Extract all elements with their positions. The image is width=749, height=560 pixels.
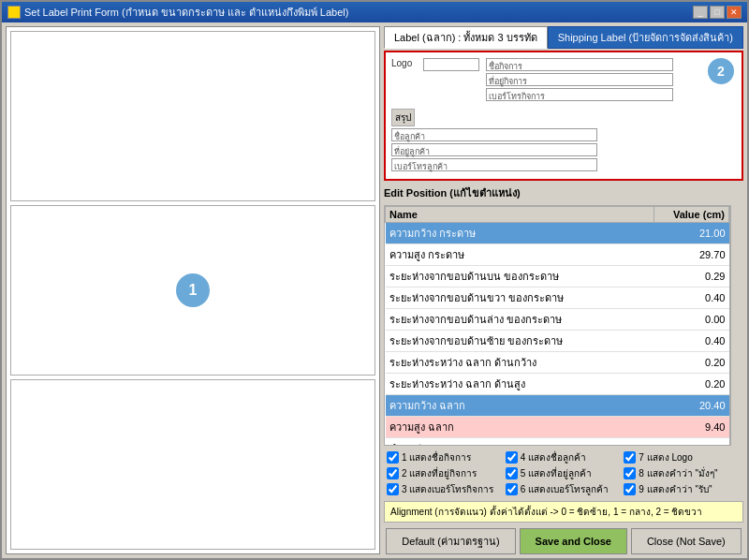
- col-name-header: Name: [386, 207, 654, 223]
- checkbox-label: 7 แสดง Logo: [639, 450, 692, 464]
- row-value: 0.20: [654, 438, 729, 447]
- row-name: ความสูง กระดาษ: [386, 244, 654, 266]
- titlebar: Set Label Print Form (กำหนด ขนาดกระดาษ แ…: [2, 2, 747, 22]
- row-name: ระยะห่างจากขอบด้านล่าง ของกระดาษ: [386, 309, 654, 331]
- checkbox-label: 4 แสดงชื่อลูกค้า: [521, 450, 586, 464]
- maximize-button[interactable]: □: [710, 6, 725, 19]
- titlebar-left: Set Label Print Form (กำหนด ขนาดกระดาษ แ…: [7, 4, 348, 21]
- default-button[interactable]: Default (ค่ามาตรฐาน): [386, 528, 515, 554]
- content-area: 1 Label (ฉลาก) : ทั้งหมด 3 บรรทัด Shippi…: [2, 22, 747, 558]
- checkbox-item: 5 แสดงที่อยู่ลูกค้า: [506, 466, 623, 480]
- row-value: 0.00: [654, 309, 729, 331]
- field-bizaddr: ที่อยู่กิจการ: [486, 73, 673, 86]
- row-value: 20.40: [654, 395, 729, 417]
- row-value: 0.29: [654, 266, 729, 287]
- col-value-header: Value (cm): [654, 207, 729, 223]
- left-panel: 1: [6, 26, 380, 554]
- table-row: ความสูง กระดาษ29.70: [386, 244, 729, 266]
- table-row: ระยะห่างจากขอบด้านบน ของกระดาษ0.29: [386, 266, 729, 287]
- checkbox-item: 9 แสดงคำว่า "รับ": [624, 482, 741, 496]
- main-window: Set Label Print Form (กำหนด ขนาดกระดาษ แ…: [0, 0, 749, 560]
- checkbox-item: 2 แสดงที่อยู่กิจการ: [387, 466, 504, 480]
- checkbox-label: 6 แสดงเบอร์โทรลูกค้า: [521, 482, 609, 496]
- checkbox-item: 6 แสดงเบอร์โทรลูกค้า: [506, 482, 623, 496]
- table-row: ระยะห่างจากขอบด้านขวา ของกระดาษ0.40: [386, 287, 729, 309]
- edit-position-title: Edit Position (แก้ไขตำแหน่ง): [384, 183, 743, 203]
- label-preview: 2 Logo ชื่อกิจการ ที่อยู่กิจการ เบอร์โทร…: [384, 51, 743, 181]
- row-value: 0.40: [654, 331, 729, 352]
- row-name: ระยะห่างระหว่าง ฉลาก ด้านกว้าง: [386, 352, 654, 374]
- field-custaddr: ที่อยู่ลูกค้า: [391, 143, 597, 156]
- titlebar-title: Set Label Print Form (กำหนด ขนาดกระดาษ แ…: [24, 4, 348, 21]
- checkbox-label: 5 แสดงที่อยู่ลูกค้า: [521, 466, 592, 480]
- checkbox-item: 7 แสดง Logo: [624, 450, 741, 464]
- table-row: ระยะห่างจากขอบด้านซ้าย ของกระดาษ0.40: [386, 331, 729, 352]
- section2-header: สรุป: [391, 109, 415, 126]
- row-value: 29.70: [654, 244, 729, 266]
- row-value: 0.40: [654, 287, 729, 309]
- checkbox-input[interactable]: [506, 451, 518, 464]
- checkbox-item: 8 แสดงคำว่า "มั่งๆ": [624, 466, 741, 480]
- row-value: 0.20: [654, 374, 729, 395]
- close-nosave-button[interactable]: Close (Not Save): [631, 528, 742, 554]
- titlebar-buttons: _ □ ✕: [693, 6, 742, 19]
- tab-shipping[interactable]: Shipping Label (ป้ายจัดการจัดส่งสินค้า): [548, 26, 743, 49]
- checkbox-input[interactable]: [624, 483, 636, 495]
- left-middle-area: 1: [10, 205, 375, 376]
- table-row: ความสูง ฉลาก9.40: [386, 417, 729, 438]
- checkbox-input[interactable]: [387, 451, 399, 464]
- checkbox-input[interactable]: [506, 483, 518, 495]
- checkbox-item: 4 แสดงชื่อลูกค้า: [506, 450, 623, 464]
- close-window-button[interactable]: ✕: [727, 6, 742, 19]
- logo-label: Logo: [391, 58, 419, 68]
- table-row: ระยะห่างจากขอบด้านล่าง ของกระดาษ0.00: [386, 309, 729, 331]
- checkbox-label: 9 แสดงคำว่า "รับ": [639, 482, 712, 496]
- row-name: ระยะห่างจากขอบด้านขวา ของกระดาษ: [386, 287, 654, 309]
- table-container[interactable]: Name Value (cm) ความกว้าง กระดาษ21.00ควา…: [384, 205, 730, 446]
- checkbox-input[interactable]: [506, 467, 518, 479]
- positions-table: Name Value (cm) ความกว้าง กระดาษ21.00ควา…: [385, 206, 729, 446]
- save-close-button[interactable]: Save and Close: [520, 528, 627, 554]
- left-top-area: [10, 31, 375, 201]
- checkbox-label: 2 แสดงที่อยู่กิจการ: [402, 466, 477, 480]
- checkboxes-area: 1 แสดงชื่อกิจการ4 แสดงชื่อลูกค้า7 แสดง L…: [384, 448, 743, 499]
- checkbox-label: 8 แสดงคำว่า "มั่งๆ": [639, 466, 717, 480]
- checkbox-item: 1 แสดงชื่อกิจการ: [387, 450, 504, 464]
- preview-row-logo: Logo ชื่อกิจการ ที่อยู่กิจการ เบอร์โทรกิ…: [391, 58, 736, 103]
- field-custname: ชื่อลูกค้า: [391, 128, 597, 141]
- row-name: ระยะห่างจากขอบด้านซ้าย ของกระดาษ: [386, 331, 654, 352]
- alignment-bar: Alignment (การจัดแนว) ตั้งค่าได้ตั้งแต่ …: [384, 501, 743, 523]
- checkbox-item: 3 แสดงเบอร์โทรกิจการ: [387, 482, 504, 496]
- table-row: ความกว้าง ฉลาก20.40: [386, 395, 729, 417]
- table-row: ระยะห่างระหว่าง ฉลาก ด้านกว้าง0.20: [386, 352, 729, 374]
- table-row: ตำแหน่ง Logo X0.20: [386, 438, 729, 447]
- checkbox-input[interactable]: [387, 483, 399, 495]
- field-bizname: ชื่อกิจการ: [486, 58, 673, 71]
- table-row: ความกว้าง กระดาษ21.00: [386, 223, 729, 244]
- field-logo-top: [423, 58, 479, 71]
- checkbox-input[interactable]: [387, 467, 399, 479]
- row-name: ความสูง ฉลาก: [386, 417, 654, 438]
- checkbox-input[interactable]: [624, 451, 636, 464]
- table-scrollbar[interactable]: [730, 205, 743, 446]
- checkbox-input[interactable]: [624, 467, 636, 479]
- minimize-button[interactable]: _: [693, 6, 708, 19]
- right-panel: Label (ฉลาก) : ทั้งหมด 3 บรรทัด Shipping…: [384, 26, 743, 554]
- row-value: 21.00: [654, 223, 729, 244]
- left-middle-badge: 1: [176, 273, 210, 307]
- tab-bar: Label (ฉลาก) : ทั้งหมด 3 บรรทัด Shipping…: [384, 26, 743, 49]
- tab-label[interactable]: Label (ฉลาก) : ทั้งหมด 3 บรรทัด: [384, 26, 548, 49]
- row-name: ตำแหน่ง Logo X: [386, 438, 654, 447]
- checkbox-label: 1 แสดงชื่อกิจการ: [402, 450, 471, 464]
- titlebar-icon: [7, 6, 21, 19]
- row-name: ระยะห่างระหว่าง ฉลาก ด้านสูง: [386, 374, 654, 395]
- left-bottom-area: [10, 379, 375, 550]
- checkbox-label: 3 แสดงเบอร์โทรกิจการ: [402, 482, 493, 496]
- row-name: ความกว้าง กระดาษ: [386, 223, 654, 244]
- field-custphone: เบอร์โทรลูกค้า: [391, 158, 597, 171]
- section2-area: สรุป ชื่อลูกค้า ที่อยู่ลูกค้า เบอร์โทรลู…: [391, 109, 736, 171]
- field-bizphone: เบอร์โทรกิจการ: [486, 88, 673, 101]
- section2-badge: 2: [708, 58, 734, 84]
- row-name: ระยะห่างจากขอบด้านบน ของกระดาษ: [386, 266, 654, 287]
- row-name: ความกว้าง ฉลาก: [386, 395, 654, 417]
